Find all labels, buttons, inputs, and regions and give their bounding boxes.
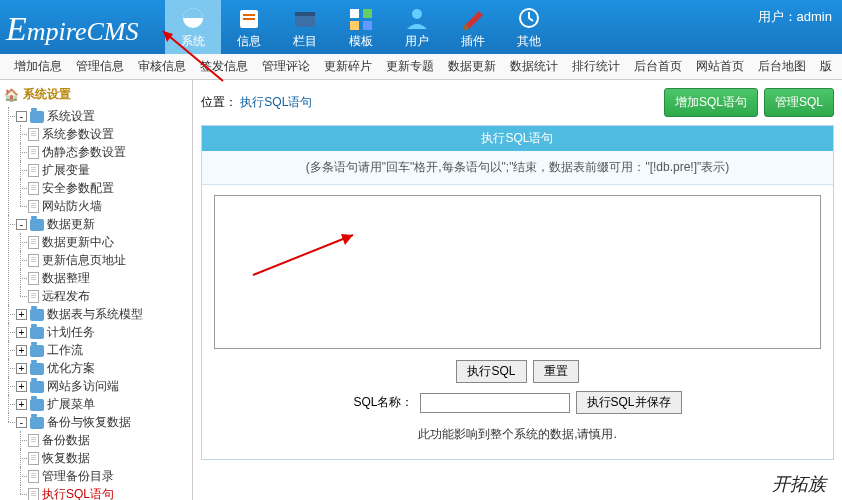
info-icon — [235, 5, 263, 31]
svg-rect-9 — [363, 21, 372, 30]
subnav-item[interactable]: 后台首页 — [634, 58, 682, 75]
column-icon — [291, 5, 319, 31]
tree-toggle[interactable]: - — [16, 219, 27, 230]
template-icon — [347, 5, 375, 31]
tree-file[interactable]: 系统参数设置 — [42, 127, 114, 141]
folder-icon — [30, 363, 44, 375]
file-icon — [28, 236, 39, 249]
tree-folder[interactable]: 工作流 — [47, 343, 83, 357]
tree-toggle[interactable]: + — [16, 309, 27, 320]
folder-icon — [30, 327, 44, 339]
menu-user[interactable]: 用户 — [389, 0, 445, 54]
subnav-item[interactable]: 版 — [820, 58, 832, 75]
sql-textarea[interactable] — [214, 195, 821, 349]
menu-template[interactable]: 模板 — [333, 0, 389, 54]
warning-note: 此功能影响到整个系统的数据,请慎用. — [214, 422, 821, 453]
folder-icon — [30, 219, 44, 231]
file-icon — [28, 254, 39, 267]
tree-file[interactable]: 备份数据 — [42, 433, 90, 447]
file-icon — [28, 200, 39, 213]
menu-plugin[interactable]: 插件 — [445, 0, 501, 54]
tree-toggle[interactable]: + — [16, 363, 27, 374]
other-icon — [515, 5, 543, 31]
tree-file[interactable]: 数据更新中心 — [42, 235, 114, 249]
user-icon — [403, 5, 431, 31]
tree-file[interactable]: 更新信息页地址 — [42, 253, 126, 267]
subnav-item[interactable]: 后台地图 — [758, 58, 806, 75]
file-icon — [28, 128, 39, 141]
breadcrumb: 位置： 执行SQL语句 — [201, 94, 312, 111]
run-sql-button[interactable]: 执行SQL — [456, 360, 526, 383]
subnav-item[interactable]: 管理信息 — [76, 58, 124, 75]
folder-icon — [30, 399, 44, 411]
tree-file[interactable]: 扩展变量 — [42, 163, 90, 177]
run-save-button[interactable]: 执行SQL并保存 — [576, 391, 682, 414]
subnav-item[interactable]: 数据更新 — [448, 58, 496, 75]
menu-column[interactable]: 栏目 — [277, 0, 333, 54]
file-icon — [28, 434, 39, 447]
tree-file[interactable]: 远程发布 — [42, 289, 90, 303]
panel-hint: (多条语句请用"回车"格开,每条语句以";"结束，数据表前缀可用："[!db.p… — [202, 151, 833, 185]
tree-folder[interactable]: 系统设置 — [47, 109, 95, 123]
add-sql-button[interactable]: 增加SQL语句 — [664, 88, 758, 117]
folder-icon — [30, 345, 44, 357]
menu-info[interactable]: 信息 — [221, 0, 277, 54]
tree-toggle[interactable]: + — [16, 399, 27, 410]
file-icon — [28, 146, 39, 159]
svg-rect-2 — [243, 14, 255, 16]
tree-folder[interactable]: 数据更新 — [47, 217, 95, 231]
brand-logo: EmpireCMS — [0, 0, 165, 54]
tree-folder[interactable]: 计划任务 — [47, 325, 95, 339]
menu-system[interactable]: 系统 — [165, 0, 221, 54]
subnav-item[interactable]: 排行统计 — [572, 58, 620, 75]
svg-rect-7 — [363, 9, 372, 18]
panel-title: 执行SQL语句 — [202, 126, 833, 151]
subnav-item[interactable]: 管理评论 — [262, 58, 310, 75]
tree-toggle[interactable]: + — [16, 381, 27, 392]
svg-point-10 — [412, 9, 422, 19]
file-icon — [28, 488, 39, 500]
subnav-item[interactable]: 签发信息 — [200, 58, 248, 75]
file-icon — [28, 272, 39, 285]
tree-folder[interactable]: 备份与恢复数据 — [47, 415, 131, 429]
tree-toggle[interactable]: - — [16, 417, 27, 428]
subnav-item[interactable]: 增加信息 — [14, 58, 62, 75]
svg-rect-8 — [350, 21, 359, 30]
tree-file[interactable]: 恢复数据 — [42, 451, 90, 465]
folder-icon — [30, 111, 44, 123]
file-icon — [28, 182, 39, 195]
file-icon — [28, 164, 39, 177]
sidebar-title: 🏠 系统设置 — [4, 86, 188, 103]
subnav-item[interactable]: 网站首页 — [696, 58, 744, 75]
menu-other[interactable]: 其他 — [501, 0, 557, 54]
svg-rect-11 — [463, 25, 468, 30]
svg-rect-6 — [350, 9, 359, 18]
tree-file[interactable]: 执行SQL语句 — [42, 487, 114, 500]
tree-toggle[interactable]: + — [16, 345, 27, 356]
folder-icon — [30, 381, 44, 393]
subnav-item[interactable]: 更新碎片 — [324, 58, 372, 75]
watermark: 开拓族 — [772, 472, 826, 496]
sql-name-label: SQL名称： — [353, 394, 413, 411]
user-info: 用户：admin — [748, 0, 842, 54]
subnav-item[interactable]: 数据统计 — [510, 58, 558, 75]
manage-sql-button[interactable]: 管理SQL — [764, 88, 834, 117]
tree-toggle[interactable]: + — [16, 327, 27, 338]
tree-file[interactable]: 伪静态参数设置 — [42, 145, 126, 159]
tree-folder[interactable]: 扩展菜单 — [47, 397, 95, 411]
tree-toggle[interactable]: - — [16, 111, 27, 122]
system-icon — [179, 5, 207, 31]
tree-file[interactable]: 安全参数配置 — [42, 181, 114, 195]
plugin-icon — [459, 5, 487, 31]
reset-button[interactable]: 重置 — [533, 360, 579, 383]
tree-folder[interactable]: 数据表与系统模型 — [47, 307, 143, 321]
tree-file[interactable]: 网站防火墙 — [42, 199, 102, 213]
sql-name-input[interactable] — [420, 393, 570, 413]
tree-file[interactable]: 数据整理 — [42, 271, 90, 285]
subnav-item[interactable]: 更新专题 — [386, 58, 434, 75]
tree-folder[interactable]: 优化方案 — [47, 361, 95, 375]
tree-file[interactable]: 管理备份目录 — [42, 469, 114, 483]
svg-rect-5 — [295, 12, 315, 16]
subnav-item[interactable]: 审核信息 — [138, 58, 186, 75]
tree-folder[interactable]: 网站多访问端 — [47, 379, 119, 393]
